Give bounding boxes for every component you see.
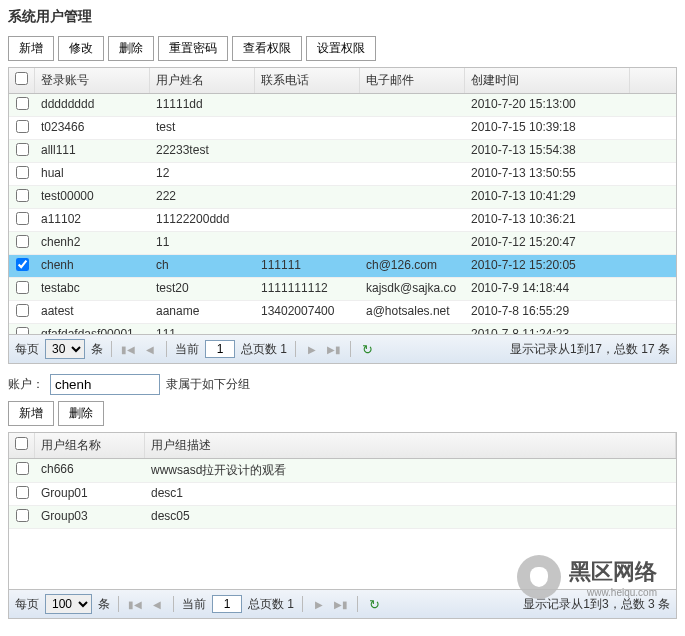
per-page-select[interactable]: 30 (45, 339, 85, 359)
row-checkbox[interactable] (16, 143, 29, 156)
header-username[interactable]: 用户姓名 (150, 68, 255, 93)
row-checkbox[interactable] (16, 304, 29, 317)
header-login[interactable]: 登录账号 (35, 68, 150, 93)
group-delete-button[interactable]: 删除 (58, 401, 104, 426)
cell-email (360, 186, 465, 208)
row-checkbox[interactable] (16, 258, 29, 271)
cell-login: aatest (35, 301, 150, 323)
cell-username: 22233test (150, 140, 255, 162)
set-permission-button[interactable]: 设置权限 (306, 36, 376, 61)
row-checkbox[interactable] (16, 235, 29, 248)
table-row[interactable]: hual122010-7-13 13:50:55 (9, 163, 676, 186)
group-add-button[interactable]: 新增 (8, 401, 54, 426)
header-group-desc[interactable]: 用户组描述 (145, 433, 676, 458)
table-row[interactable]: gfafdafdasf000011112010-7-8 11:24:23 (9, 324, 676, 334)
cell-created: 2010-7-15 10:39:18 (465, 117, 630, 139)
account-label: 账户： (8, 376, 44, 393)
cell-username: 11111dd (150, 94, 255, 116)
table-row[interactable]: ch666wwwsasd拉开设计的观看 (9, 459, 676, 483)
row-checkbox[interactable] (16, 97, 29, 110)
row-checkbox[interactable] (16, 327, 29, 334)
per-page-select[interactable]: 100 (45, 594, 92, 614)
row-checkbox[interactable] (16, 462, 29, 475)
first-page-icon[interactable]: ▮◀ (120, 341, 136, 357)
table-row[interactable]: t023466test2010-7-15 10:39:18 (9, 117, 676, 140)
table-row[interactable]: test000002222010-7-13 10:41:29 (9, 186, 676, 209)
watermark-text: 黑区网络 (569, 557, 657, 587)
cell-phone: 1111111112 (255, 278, 360, 300)
table-row[interactable]: Group03desc05 (9, 506, 676, 529)
prev-page-icon[interactable]: ◀ (142, 341, 158, 357)
refresh-icon[interactable]: ↻ (366, 596, 382, 612)
header-email[interactable]: 电子邮件 (360, 68, 465, 93)
reset-password-button[interactable]: 重置密码 (158, 36, 228, 61)
cell-login: gfafdafdasf00001 (35, 324, 150, 334)
header-group-name[interactable]: 用户组名称 (35, 433, 145, 458)
row-checkbox[interactable] (16, 189, 29, 202)
add-button[interactable]: 新增 (8, 36, 54, 61)
cell-email: ch@126.com (360, 255, 465, 277)
user-toolbar: 新增 修改 删除 重置密码 查看权限 设置权限 (8, 36, 677, 61)
table-row[interactable]: chenhch111111ch@126.com2010-7-12 15:20:0… (9, 255, 676, 278)
per-page-unit: 条 (98, 596, 110, 613)
row-checkbox[interactable] (16, 281, 29, 294)
current-page-input[interactable] (212, 595, 242, 613)
cell-created: 2010-7-13 10:41:29 (465, 186, 630, 208)
cell-username: 11 (150, 232, 255, 254)
row-checkbox[interactable] (16, 212, 29, 225)
per-page-label: 每页 (15, 596, 39, 613)
table-row[interactable]: aatestaaname13402007400a@hotsales.net201… (9, 301, 676, 324)
table-row[interactable]: testabctest201111111112kajsdk@sajka.co20… (9, 278, 676, 301)
row-checkbox[interactable] (16, 486, 29, 499)
users-pager: 每页 30 条 ▮◀ ◀ 当前 总页数 1 ▶ ▶▮ ↻ 显示记录从1到17，总… (8, 335, 677, 364)
cell-username: test (150, 117, 255, 139)
cell-created: 2010-7-12 15:20:05 (465, 255, 630, 277)
cell-username: test20 (150, 278, 255, 300)
delete-button[interactable]: 删除 (108, 36, 154, 61)
groups-grid-header: 用户组名称 用户组描述 (9, 433, 676, 459)
last-page-icon[interactable]: ▶▮ (333, 596, 349, 612)
header-phone[interactable]: 联系电话 (255, 68, 360, 93)
current-page-input[interactable] (205, 340, 235, 358)
cell-login: dddddddd (35, 94, 150, 116)
table-row[interactable]: a1110211122200ddd2010-7-13 10:36:21 (9, 209, 676, 232)
cell-phone (255, 232, 360, 254)
header-created[interactable]: 创建时间 (465, 68, 630, 93)
account-suffix: 隶属于如下分组 (166, 376, 250, 393)
prev-page-icon[interactable]: ◀ (149, 596, 165, 612)
cell-login: t023466 (35, 117, 150, 139)
cell-login: testabc (35, 278, 150, 300)
next-page-icon[interactable]: ▶ (304, 341, 320, 357)
cell-created: 2010-7-12 15:20:47 (465, 232, 630, 254)
select-all-checkbox[interactable] (15, 72, 28, 85)
cell-username: 222 (150, 186, 255, 208)
refresh-icon[interactable]: ↻ (359, 341, 375, 357)
users-grid-body[interactable]: dddddddd11111dd2010-7-20 15:13:00t023466… (9, 94, 676, 334)
table-row[interactable]: chenh2112010-7-12 15:20:47 (9, 232, 676, 255)
table-row[interactable]: dddddddd11111dd2010-7-20 15:13:00 (9, 94, 676, 117)
row-checkbox[interactable] (16, 509, 29, 522)
view-permission-button[interactable]: 查看权限 (232, 36, 302, 61)
cell-phone (255, 94, 360, 116)
cell-created: 2010-7-8 16:55:29 (465, 301, 630, 323)
cell-username: aaname (150, 301, 255, 323)
cell-email (360, 140, 465, 162)
last-page-icon[interactable]: ▶▮ (326, 341, 342, 357)
cell-group-name: ch666 (35, 459, 145, 482)
account-input[interactable] (50, 374, 160, 395)
cell-created: 2010-7-13 10:36:21 (465, 209, 630, 231)
account-row: 账户： 隶属于如下分组 (8, 374, 677, 395)
next-page-icon[interactable]: ▶ (311, 596, 327, 612)
row-checkbox[interactable] (16, 120, 29, 133)
group-select-all-checkbox[interactable] (15, 437, 28, 450)
table-row[interactable]: Group01desc1 (9, 483, 676, 506)
edit-button[interactable]: 修改 (58, 36, 104, 61)
table-row[interactable]: alll11122233test2010-7-13 15:54:38 (9, 140, 676, 163)
first-page-icon[interactable]: ▮◀ (127, 596, 143, 612)
cell-login: chenh (35, 255, 150, 277)
watermark: 黑区网络 www.heiqu.com (517, 555, 657, 599)
cell-login: alll111 (35, 140, 150, 162)
row-checkbox[interactable] (16, 166, 29, 179)
cell-created: 2010-7-13 15:54:38 (465, 140, 630, 162)
cell-phone (255, 140, 360, 162)
